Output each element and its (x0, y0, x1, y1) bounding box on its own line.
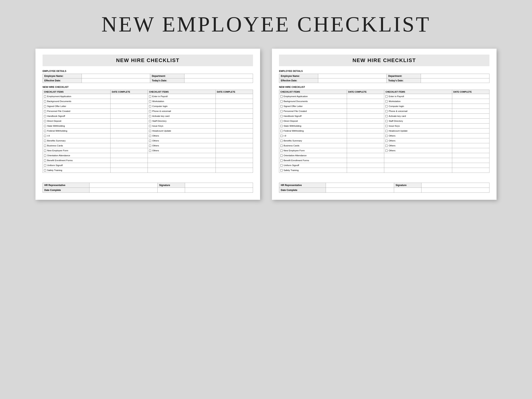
checkbox-icon[interactable] (44, 95, 46, 98)
checkbox-icon[interactable] (149, 145, 151, 147)
date-complete-cell (111, 114, 148, 119)
checkbox-icon[interactable] (280, 140, 283, 142)
checkbox-icon[interactable] (44, 159, 46, 162)
checkbox-icon[interactable] (149, 135, 151, 137)
checkbox-icon[interactable] (385, 125, 387, 127)
list-item: Safety Training (44, 169, 109, 171)
checklist-item-right: Computer login (384, 104, 452, 109)
checklist-item-right: Headcount Update (384, 128, 452, 133)
checklist-item-left: Uniform Signoff (279, 163, 347, 168)
checkbox-icon[interactable] (385, 110, 387, 112)
checkbox-icon[interactable] (280, 164, 283, 166)
checklist-item-left: Benefits Summary (43, 138, 111, 143)
checkbox-icon[interactable] (44, 154, 46, 157)
list-item: Phone & voicemail (385, 110, 451, 112)
list-item: Issue Keys (385, 125, 451, 127)
checkbox-icon[interactable] (385, 130, 387, 132)
checkbox-icon[interactable] (44, 115, 46, 117)
list-item: Federal Withholding (280, 130, 346, 132)
checkbox-icon[interactable] (385, 115, 387, 117)
checklist-item-right: Others (148, 133, 215, 138)
checkbox-icon[interactable] (44, 135, 46, 137)
checkbox-icon[interactable] (149, 130, 151, 132)
checkbox-icon[interactable] (44, 125, 46, 127)
checklist-item-left: Background Documents (43, 99, 111, 104)
checkbox-icon[interactable] (385, 95, 387, 98)
checkbox-icon[interactable] (44, 110, 46, 112)
checkbox-icon[interactable] (280, 130, 283, 132)
checkbox-icon[interactable] (149, 120, 151, 122)
checkbox-icon[interactable] (280, 169, 283, 171)
date-complete-cell-right (452, 124, 489, 128)
hr-rep-label-1: HR Representative (43, 183, 89, 188)
todays-date-value-2 (421, 78, 489, 83)
list-item: Benefits Summary (44, 139, 109, 142)
checkbox-icon[interactable] (44, 120, 46, 122)
checkbox-icon[interactable] (44, 140, 46, 142)
date-complete-cell (347, 128, 384, 133)
checkbox-icon[interactable] (280, 105, 283, 107)
footer-table-1: HR Representative Signature Date Complet… (43, 183, 253, 193)
checkbox-icon[interactable] (385, 100, 387, 102)
list-item: State Withholding (280, 125, 346, 127)
checklist-item-left: Uniform Signoff (43, 163, 111, 168)
checkbox-icon[interactable] (149, 105, 151, 107)
list-item: Uniform Signoff (44, 164, 109, 166)
checkbox-icon[interactable] (280, 100, 283, 102)
checkbox-icon[interactable] (149, 95, 151, 98)
checkbox-icon[interactable] (385, 120, 387, 122)
checkbox-icon[interactable] (280, 110, 283, 112)
checklist-item-left: Signed Offer Letter (43, 104, 111, 109)
checkbox-icon[interactable] (280, 154, 283, 157)
document-1: NEW HIRE CHECKLIST EMPLOYEE DETAILS Empl… (35, 49, 260, 200)
checkbox-icon[interactable] (44, 130, 46, 132)
list-item: I-9 (44, 135, 109, 137)
checkbox-icon[interactable] (385, 105, 387, 107)
checkbox-icon[interactable] (44, 145, 46, 147)
signature-label-1: Signature (158, 183, 185, 188)
checkbox-icon[interactable] (280, 150, 283, 152)
checkbox-icon[interactable] (44, 100, 46, 102)
list-item: Others (385, 135, 451, 137)
checkbox-icon[interactable] (280, 145, 283, 147)
checklist-item-left: Employment Application (43, 94, 111, 99)
list-item: Workstation (149, 100, 214, 102)
list-item: Handbook Signoff (280, 115, 346, 117)
employee-name-value-1 (82, 74, 150, 78)
col-header-date-right-2: DATE COMPLETE (452, 90, 489, 94)
checklist-item-left: Personnel File Created (279, 109, 347, 114)
checkbox-icon[interactable] (149, 125, 151, 127)
date-complete-cell (111, 138, 148, 143)
checkbox-icon[interactable] (44, 150, 46, 152)
checkbox-icon[interactable] (385, 135, 387, 137)
checkbox-icon[interactable] (149, 100, 151, 102)
date-complete-cell-right (215, 114, 253, 119)
list-item: Others (385, 139, 451, 142)
checkbox-icon[interactable] (149, 110, 151, 112)
date-complete-cell (347, 158, 384, 163)
list-item: New Employee Form (280, 149, 346, 152)
checkbox-icon[interactable] (385, 140, 387, 142)
date-complete-cell (347, 143, 384, 148)
checkbox-icon[interactable] (385, 150, 387, 152)
checkbox-icon[interactable] (280, 95, 283, 98)
date-complete-cell (347, 124, 384, 128)
checkbox-icon[interactable] (280, 120, 283, 122)
date-complete-value-1 (89, 188, 158, 193)
checkbox-icon[interactable] (44, 105, 46, 107)
checkbox-icon[interactable] (280, 125, 283, 127)
checkbox-icon[interactable] (44, 164, 46, 166)
signature-value-2 (421, 183, 489, 188)
date-complete-cell (347, 114, 384, 119)
checkbox-icon[interactable] (280, 115, 283, 117)
checkbox-icon[interactable] (280, 159, 283, 162)
checkbox-icon[interactable] (149, 115, 151, 117)
checkbox-icon[interactable] (280, 135, 283, 137)
checkbox-icon[interactable] (149, 150, 151, 152)
checkbox-icon[interactable] (385, 145, 387, 147)
checkbox-icon[interactable] (149, 140, 151, 142)
list-item: Others (385, 145, 451, 147)
checkbox-icon[interactable] (44, 169, 46, 171)
checklist-section-label-1: NEW HIRE CHECKLIST (43, 86, 253, 89)
date-complete-cell-right (215, 143, 253, 148)
